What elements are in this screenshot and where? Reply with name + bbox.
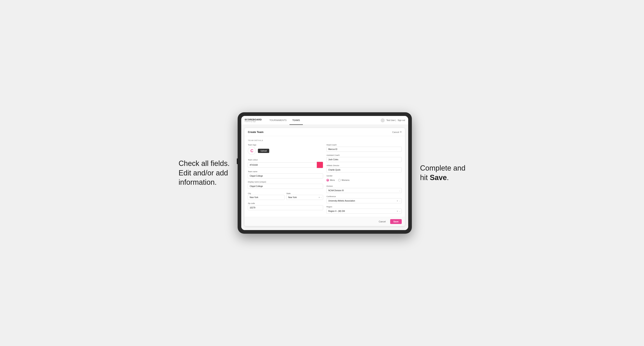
user-avatar xyxy=(381,118,385,122)
annotation-line2: Edit and/or add xyxy=(178,169,228,177)
modal-title: Create Team xyxy=(248,131,263,134)
cancel-label: Cancel xyxy=(392,131,399,133)
form-right-column: Head Coach Assistant Coach xyxy=(326,144,402,214)
footer-save-button[interactable]: Save xyxy=(390,219,402,224)
annotation-line3: information. xyxy=(178,178,216,186)
team-colour-group: Team colour xyxy=(248,159,323,168)
brand: SCOREBOARD Powered by clippi xyxy=(244,118,262,122)
city-label: City xyxy=(248,192,251,194)
team-name-input[interactable] xyxy=(248,173,323,178)
team-colour-label: Team colour xyxy=(248,159,323,161)
color-input-row xyxy=(248,162,323,168)
athletic-director-label: Athletic Director xyxy=(326,165,402,167)
display-name-input[interactable] xyxy=(248,184,323,189)
form-grid: Team logo C Upload xyxy=(248,144,402,214)
region-select[interactable]: Region II - (M) DIII xyxy=(326,209,402,214)
zip-group: Zip code xyxy=(248,202,323,210)
city-state-row: City State New York xyxy=(248,191,323,200)
division-group: Division NCAA Division III ⌄ xyxy=(326,185,402,193)
tablet-screen: SCOREBOARD Powered by clippi TOURNAMENTS… xyxy=(241,116,408,230)
tablet-frame: SCOREBOARD Powered by clippi TOURNAMENTS… xyxy=(238,112,412,234)
section-label: TEAM DETAILS xyxy=(248,139,402,142)
division-select[interactable]: NCAA Division III xyxy=(326,188,402,193)
mens-label: Mens xyxy=(330,179,335,181)
annotation-right-line1: Complete and xyxy=(420,164,465,172)
region-group: Region Region II - (M) DIII ✕ ⌄ xyxy=(326,206,402,214)
city-subgroup: City xyxy=(248,191,284,200)
head-coach-input[interactable] xyxy=(326,147,402,152)
state-subgroup: State New York ✕ ⌄ xyxy=(286,191,323,200)
team-name-label: Team name xyxy=(248,171,323,173)
left-annotation: Check all fields. Edit and/or add inform… xyxy=(178,159,230,187)
assistant-coach-label: Assistant Coach xyxy=(326,154,402,156)
annotation-line1: Check all fields. xyxy=(178,159,230,168)
form-left-column: Team logo C Upload xyxy=(248,144,323,214)
logo-circle: C xyxy=(248,147,256,155)
gender-mens-option[interactable]: Mens xyxy=(326,179,335,181)
conference-select-wrapper: University Athletic Association ✕ ⌄ xyxy=(326,198,402,203)
logo-row: C Upload xyxy=(248,147,323,155)
region-select-wrapper: Region II - (M) DIII ✕ ⌄ xyxy=(326,209,402,214)
nav-tabs: TOURNAMENTS TEAMS xyxy=(266,116,303,125)
colour-text-input[interactable] xyxy=(248,163,317,168)
tab-teams[interactable]: TEAMS xyxy=(290,116,303,125)
logo-letter: C xyxy=(250,149,253,153)
content-area: Create Team Cancel ✕ TEAM DETAILS xyxy=(241,125,408,230)
city-state-group: City State New York xyxy=(248,191,323,200)
state-select-wrapper: New York ✕ ⌄ xyxy=(286,195,323,200)
womens-radio-dot xyxy=(338,179,341,181)
navbar: SCOREBOARD Powered by clippi TOURNAMENTS… xyxy=(241,116,408,125)
display-name-group: Display name (unique) xyxy=(248,181,323,189)
modal-body: TEAM DETAILS Team logo C xyxy=(244,136,405,217)
sign-out-link[interactable]: Sign out xyxy=(398,119,405,121)
mens-radio-dot xyxy=(326,179,329,181)
upload-button[interactable]: Upload xyxy=(258,149,269,153)
gender-label: Gender xyxy=(326,175,402,177)
assistant-coach-input[interactable] xyxy=(326,157,402,162)
user-label: Test User | xyxy=(386,119,396,121)
gender-womens-option[interactable]: Womens xyxy=(338,179,350,181)
athletic-director-group: Athletic Director xyxy=(326,165,402,173)
team-logo-group: Team logo C Upload xyxy=(248,144,323,157)
conference-select[interactable]: University Athletic Association xyxy=(326,198,402,203)
brand-subtitle: Powered by clippi xyxy=(244,121,262,122)
conference-group: Conference University Athletic Associati… xyxy=(326,195,402,203)
division-select-wrapper: NCAA Division III ⌄ xyxy=(326,188,402,193)
annotation-right-line3: . xyxy=(447,173,449,182)
tab-tournaments[interactable]: TOURNAMENTS xyxy=(266,116,290,125)
state-select[interactable]: New York xyxy=(286,195,323,200)
athletic-director-input[interactable] xyxy=(326,167,402,173)
womens-label: Womens xyxy=(342,179,350,181)
assistant-coach-group: Assistant Coach xyxy=(326,154,402,162)
team-logo-label: Team logo xyxy=(248,144,323,146)
head-coach-group: Head Coach xyxy=(326,144,402,152)
footer-cancel-button[interactable]: Cancel xyxy=(376,219,388,224)
zip-label: Zip code xyxy=(248,202,323,204)
right-annotation: Complete and hit Save. xyxy=(420,164,465,182)
display-name-label: Display name (unique) xyxy=(248,181,323,183)
gender-radio-group: Mens Womens xyxy=(326,178,402,183)
modal-card: Create Team Cancel ✕ TEAM DETAILS xyxy=(244,128,405,226)
zip-input[interactable] xyxy=(248,205,323,210)
annotation-right-line2: hit xyxy=(420,173,430,182)
conference-label: Conference xyxy=(326,195,402,197)
modal-header: Create Team Cancel ✕ xyxy=(244,128,405,136)
gender-group: Gender Mens Womens xyxy=(326,175,402,183)
region-label: Region xyxy=(326,206,402,208)
modal-footer: Cancel Save xyxy=(244,217,405,226)
annotation-save-bold: Save xyxy=(430,173,447,182)
color-swatch[interactable] xyxy=(317,162,323,168)
city-input[interactable] xyxy=(248,195,284,200)
navbar-right: Test User | Sign out xyxy=(381,118,405,122)
brand-title: SCOREBOARD xyxy=(244,118,262,121)
head-coach-label: Head Coach xyxy=(326,144,402,146)
close-x-icon: ✕ xyxy=(400,131,402,133)
state-label: State xyxy=(286,192,290,194)
division-label: Division xyxy=(326,185,402,187)
tablet-side-nub xyxy=(237,159,238,164)
team-name-group: Team name xyxy=(248,171,323,178)
modal-close-button[interactable]: Cancel ✕ xyxy=(392,131,402,133)
